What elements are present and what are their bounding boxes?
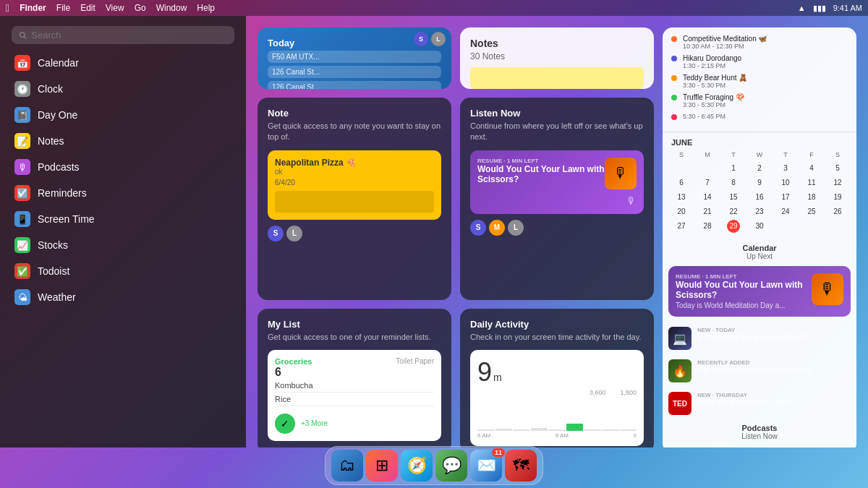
podcast-tag-1: NEW · TODAY	[697, 327, 807, 333]
menubar-go[interactable]: Go	[135, 3, 146, 13]
cal-day-13[interactable]: 13	[668, 190, 694, 205]
dock-finder[interactable]: 🗂	[331, 450, 363, 481]
menubar-view[interactable]: View	[106, 3, 124, 13]
event-time-3: 3:30 - 5:30 PM	[683, 82, 747, 89]
cal-day-16[interactable]: 16	[746, 190, 773, 205]
widget-listen-now[interactable]: Listen Now Continue from where you left …	[460, 98, 654, 300]
messages-icon: 💬	[442, 456, 461, 475]
menubar-window[interactable]: Window	[156, 3, 187, 13]
podcasts-section: RESUME · 1 MIN LEFT Would You Cut Your L…	[663, 266, 856, 419]
apple-menu[interactable]: 	[6, 2, 9, 14]
sidebar-item-clock[interactable]: 🕐 Clock	[0, 76, 246, 102]
cal-day-29[interactable]: 29	[727, 220, 740, 233]
listen-resume-tag: RESUME · 1 MIN LEFT	[477, 158, 605, 164]
note-avatars: S L	[268, 226, 441, 241]
sidebar-item-todoist[interactable]: ✅ Todoist	[0, 258, 246, 284]
cal-day-21[interactable]: 21	[694, 205, 720, 219]
search-input[interactable]	[31, 30, 227, 40]
cal-day-2[interactable]: 2	[746, 161, 773, 176]
dock-messages[interactable]: 💬	[435, 450, 467, 481]
widget-notes[interactable]: Notes 30 Notes	[460, 27, 654, 89]
podcast-item-3[interactable]: TED NEW · THURSDAY Ideas come from every…	[663, 388, 856, 419]
menubar-finder[interactable]: Finder	[20, 3, 46, 13]
cal-day-24[interactable]: 24	[773, 205, 799, 219]
cal-day-11[interactable]: 11	[799, 176, 825, 190]
menubar-help[interactable]: Help	[197, 3, 215, 13]
activity-chart	[477, 402, 637, 431]
cal-day-14[interactable]: 14	[694, 190, 720, 205]
calendar-month: JUNE	[671, 138, 692, 147]
avatar-s-note: S	[268, 226, 284, 241]
cal-day-26[interactable]: 26	[825, 205, 851, 219]
widget-my-list[interactable]: My List Get quick access to one of your …	[258, 309, 451, 448]
menubar-battery-icon: ▮▮▮	[813, 4, 826, 13]
widget-today[interactable]: Today F50 AM UTX... 126 Canal St... 126 …	[258, 27, 451, 89]
cal-day-22[interactable]: 22	[720, 205, 746, 219]
cal-day-23[interactable]: 23	[746, 205, 773, 219]
cal-day-12[interactable]: 12	[825, 176, 851, 190]
cal-day-9[interactable]: 9	[746, 176, 773, 190]
podcast-item-2[interactable]: 🔥 RECENTLY ADDED The Next Generation of …	[663, 355, 856, 388]
dock-mail[interactable]: ✉️ 11	[470, 450, 502, 481]
dock: 🗂 ⊞ 🧭 💬 ✉️ 11 🗺	[325, 446, 543, 485]
today-item-2: 126 Canal St...	[268, 66, 441, 78]
notes-widget-title: Notes	[470, 38, 644, 49]
cal-day-27[interactable]: 27	[668, 219, 694, 234]
widget-calendar[interactable]: Competitive Meditation 🦋 10:30 AM - 12:3…	[663, 27, 856, 448]
sidebar-item-calendar[interactable]: 📅 Calendar	[0, 50, 246, 76]
cal-day-15[interactable]: 15	[720, 190, 746, 205]
activity-scale: 3,600 1,800	[477, 389, 637, 396]
search-icon	[19, 31, 27, 40]
menubar-edit[interactable]: Edit	[80, 3, 95, 13]
cal-day-6[interactable]: 6	[668, 176, 694, 190]
cal-day-18[interactable]: 18	[799, 190, 825, 205]
sidebar-item-dayone[interactable]: 📓 Day One	[0, 102, 246, 128]
cal-day-19[interactable]: 19	[825, 190, 851, 205]
cal-day-28[interactable]: 28	[694, 219, 720, 234]
sidebar-item-notes[interactable]: 📝 Notes	[0, 128, 246, 154]
list-name: Groceries	[275, 357, 312, 366]
maps-icon: 🗺	[513, 456, 529, 475]
dock-maps[interactable]: 🗺	[505, 450, 537, 481]
search-bar[interactable]	[12, 26, 234, 44]
cal-day-3[interactable]: 3	[773, 161, 799, 176]
dock-launchpad[interactable]: ⊞	[366, 450, 398, 481]
cal-header-f: F	[799, 151, 825, 158]
cal-day-8[interactable]: 8	[720, 176, 746, 190]
cal-day-4[interactable]: 4	[799, 161, 825, 176]
event-dot-1	[671, 36, 677, 42]
activity-unit: m	[493, 372, 502, 383]
sidebar-item-weather[interactable]: 🌤 Weather	[0, 284, 246, 310]
podcast-large-card[interactable]: RESUME · 1 MIN LEFT Would You Cut Your L…	[668, 266, 851, 317]
chart-bar-7	[584, 429, 601, 431]
cal-day-25[interactable]: 25	[799, 205, 825, 219]
launchpad-icon: ⊞	[375, 456, 388, 475]
mylist-title: My List	[268, 319, 441, 330]
podcast-preview-card: RESUME · 1 MIN LEFT Would You Cut Your L…	[470, 150, 644, 214]
event-time-4: 3:30 - 5:30 PM	[683, 101, 744, 108]
podcast-item-1[interactable]: 💻 NEW · TODAY Is Your WFH Setup Hacker-P…	[663, 322, 856, 355]
activity-label-9am: 9 AM	[556, 432, 569, 439]
sidebar-item-podcasts[interactable]: 🎙 Podcasts	[0, 154, 246, 180]
cal-day-10[interactable]: 10	[773, 176, 799, 190]
widget-note[interactable]: Note Get quick access to any note you wa…	[258, 98, 451, 300]
menubar:  Finder File Edit View Go Window Help ▲…	[0, 0, 868, 16]
cal-day-30[interactable]: 30	[746, 219, 773, 234]
cal-day-5[interactable]: 5	[825, 161, 851, 176]
event-time-2: 1:30 - 2:15 PM	[683, 62, 741, 69]
cal-header-m: M	[694, 151, 720, 158]
event-info-5: 5:30 - 6:45 PM	[683, 113, 726, 120]
chart-bar-6	[566, 424, 584, 431]
event-info-1: Competitive Meditation 🦋 10:30 AM - 12:3…	[683, 35, 767, 50]
sidebar-item-stocks[interactable]: 📈 Stocks	[0, 232, 246, 258]
dock-safari[interactable]: 🧭	[401, 450, 433, 481]
menubar-file[interactable]: File	[56, 3, 70, 13]
widget-daily-activity[interactable]: Daily Activity Check in on your screen t…	[460, 309, 654, 448]
cal-day-17[interactable]: 17	[773, 190, 799, 205]
sidebar-item-reminders[interactable]: ☑️ Reminders	[0, 180, 246, 206]
calendar-icon: 📅	[14, 55, 30, 71]
cal-day-1[interactable]: 1	[720, 161, 746, 176]
cal-day-20[interactable]: 20	[668, 205, 694, 219]
cal-day-7[interactable]: 7	[694, 176, 720, 190]
sidebar-item-screentime[interactable]: 📱 Screen Time	[0, 206, 246, 232]
